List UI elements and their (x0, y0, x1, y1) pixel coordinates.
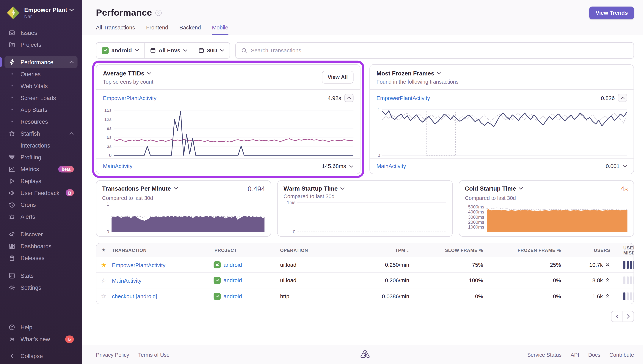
tpm-title[interactable]: Transactions Per Minute (102, 185, 248, 192)
expand-series-button[interactable] (623, 165, 627, 167)
transaction-link[interactable]: MainActivity (103, 163, 322, 169)
sidebar-item-performance[interactable]: Performance (5, 56, 77, 68)
operation-cell: ui.load (279, 278, 341, 284)
performance-icon (8, 59, 16, 66)
cold-startup-title[interactable]: Cold Startup Time (465, 185, 620, 192)
android-project-icon (214, 261, 221, 268)
sidebar-item-dashboards[interactable]: Dashboards (5, 240, 77, 252)
col-tpm[interactable]: TPM ↓ (341, 247, 417, 253)
y-axis-frozen: 10 (373, 105, 382, 156)
transaction-link[interactable]: EmpowerPlantActivity (112, 262, 165, 268)
active-indicator (0, 58, 2, 67)
col-operation[interactable]: OPERATION (279, 248, 341, 252)
col-user-misery[interactable]: USER MISERY (618, 245, 634, 255)
project-link[interactable]: android (223, 278, 242, 284)
average-ttids-title[interactable]: Average TTIDs (103, 70, 322, 76)
sidebar-item-projects[interactable]: Projects (5, 38, 77, 50)
cold-startup-chart[interactable] (486, 204, 628, 232)
project-link[interactable]: android (223, 293, 242, 299)
warm-startup-chart[interactable] (297, 202, 446, 232)
project-filter[interactable]: android (96, 43, 144, 58)
service-status-link[interactable]: Service Status (527, 352, 561, 358)
table-row[interactable]: ☆ checkout [android] android http 0.0386… (96, 288, 634, 304)
sentry-logo-icon[interactable] (360, 350, 370, 360)
project-link[interactable]: android (223, 262, 242, 268)
col-frozen-frame[interactable]: FROZEN FRAME % (490, 248, 568, 252)
previous-page-button[interactable] (611, 311, 622, 322)
tpm-cell: 0.206/min (341, 278, 417, 284)
sidebar-item-discover[interactable]: Discover (5, 228, 77, 240)
y-axis-cold: 5000ms4000ms3000ms2000ms1000ms (465, 204, 486, 232)
sidebar-item-web-vitals[interactable]: Web Vitals (5, 80, 77, 92)
environment-filter[interactable]: All Envs (144, 43, 193, 58)
ttid-chart[interactable] (114, 105, 353, 156)
collapse-series-button[interactable] (618, 94, 627, 102)
help-question-icon[interactable]: ? (155, 10, 161, 16)
performance-page: Empower Plant Nar Issues Projects Perfor… (0, 0, 643, 364)
row-star-toggle[interactable]: ☆ (96, 292, 111, 300)
star-column-header-icon[interactable]: ★ (96, 248, 111, 253)
row-star-toggle[interactable]: ☆ (96, 277, 111, 284)
col-users[interactable]: USERS (568, 248, 618, 252)
col-transaction[interactable]: TRANSACTION (111, 248, 214, 252)
docs-link[interactable]: Docs (588, 352, 600, 358)
table-row[interactable]: ☆ MainActivity android ui.load 0.206/min… (96, 273, 634, 288)
sidebar-item-stats[interactable]: Stats (5, 270, 77, 282)
date-range-filter[interactable]: 30D (193, 43, 229, 58)
frozen-frame-cell: 0% (490, 278, 568, 284)
tab-frontend[interactable]: Frontend (146, 24, 168, 35)
next-page-button[interactable] (622, 311, 633, 322)
tab-backend[interactable]: Backend (179, 24, 201, 35)
transaction-link[interactable]: MainActivity (112, 278, 141, 284)
sidebar-item-app-starts[interactable]: App Starts (5, 104, 77, 116)
tab-mobile[interactable]: Mobile (212, 24, 228, 35)
sidebar-item-profiling[interactable]: Profiling (5, 151, 77, 163)
chevron-down-icon (69, 8, 74, 11)
android-project-icon (214, 277, 221, 284)
api-link[interactable]: API (571, 352, 579, 358)
sidebar-item-starfish[interactable]: Starfish (5, 128, 77, 139)
sidebar-item-screen-loads[interactable]: Screen Loads (5, 92, 77, 104)
transaction-link[interactable]: EmpowerPlantActivity (377, 95, 601, 101)
transaction-link[interactable]: checkout [android] (112, 293, 157, 299)
chevron-down-icon (147, 72, 151, 74)
sidebar-item-settings[interactable]: Settings (5, 282, 77, 294)
sidebar-item-alerts[interactable]: Alerts (5, 210, 77, 222)
terms-of-use-link[interactable]: Terms of Use (138, 352, 170, 358)
sidebar-item-releases[interactable]: Releases (5, 252, 77, 264)
most-frozen-frames-title[interactable]: Most Frozen Frames (377, 70, 627, 76)
tab-all-transactions[interactable]: All Transactions (96, 24, 135, 35)
transaction-link[interactable]: EmpowerPlantActivity (103, 95, 328, 101)
sidebar-item-whats-new[interactable]: What's new 5 (5, 333, 77, 345)
metric-value: 0.001 (606, 163, 619, 169)
col-slow-frame[interactable]: SLOW FRAME % (417, 248, 490, 252)
tpm-chart[interactable] (111, 204, 265, 232)
sidebar-item-issues[interactable]: Issues (5, 27, 77, 38)
transaction-link[interactable]: MainActivity (377, 163, 606, 169)
sidebar-item-queries[interactable]: Queries (5, 68, 77, 80)
sidebar-item-replays[interactable]: Replays (5, 175, 77, 187)
view-trends-button[interactable]: View Trends (589, 6, 634, 19)
star-icon (8, 130, 16, 136)
privacy-policy-link[interactable]: Privacy Policy (96, 352, 129, 358)
row-star-toggle[interactable]: ★ (96, 261, 111, 268)
expand-series-button[interactable] (350, 165, 354, 167)
sidebar-item-crons[interactable]: Crons (5, 199, 77, 211)
tpm-cell: 0.250/min (341, 262, 417, 268)
search-transactions-input[interactable] (251, 47, 628, 54)
contribute-link[interactable]: Contribute (609, 352, 634, 358)
sidebar-item-resources[interactable]: Resources (5, 116, 77, 128)
col-project[interactable]: PROJECT (214, 248, 279, 252)
sidebar-item-user-feedback[interactable]: User Feedback B (5, 187, 77, 199)
table-row[interactable]: ★ EmpowerPlantActivity android ui.load 0… (96, 257, 634, 273)
operation-cell: http (279, 293, 341, 299)
collapse-series-button[interactable] (345, 94, 353, 102)
sidebar-item-metrics[interactable]: Metrics beta (5, 163, 77, 175)
sidebar-collapse-button[interactable]: Collapse (5, 350, 77, 362)
view-all-button[interactable]: View All (322, 71, 354, 84)
sidebar-item-help[interactable]: Help (5, 321, 77, 333)
warm-startup-title[interactable]: Warm Startup Time (283, 185, 446, 192)
frozen-frames-chart[interactable] (382, 105, 627, 156)
org-switcher[interactable]: Empower Plant Nar (0, 0, 82, 24)
sidebar-item-interactions[interactable]: Interactions (5, 139, 77, 151)
